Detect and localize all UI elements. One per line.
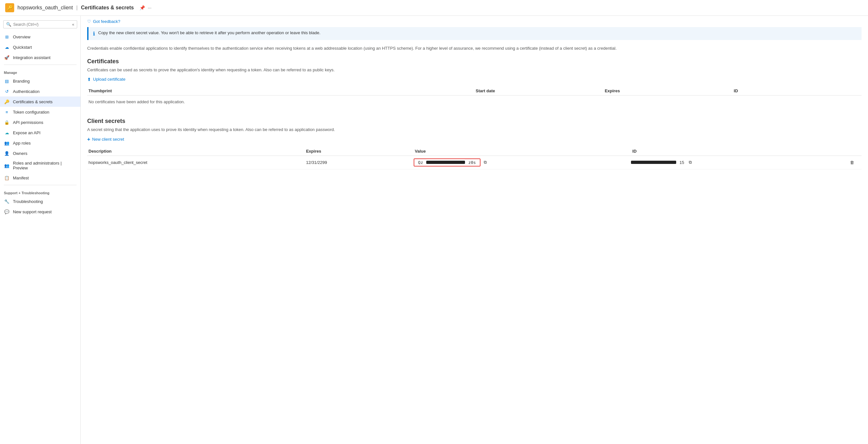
sidebar-item-branding[interactable]: ▤ Branding [0, 76, 81, 86]
certs-icon: 🔑 [4, 99, 10, 105]
feedback-label: Got feedback? [93, 19, 120, 24]
col-startdate: Start date [474, 89, 603, 93]
info-icon: ℹ [93, 31, 95, 37]
support-section-label: Support + Troubleshooting [0, 187, 81, 196]
sidebar-label-token: Token configuration [13, 110, 50, 114]
certificates-section: Certificates Certificates can be used as… [87, 58, 862, 108]
search-icon: 🔍 [6, 22, 11, 27]
collapse-button[interactable]: « [72, 22, 74, 27]
sidebar-item-roles[interactable]: 👥 Roles and administrators | Preview [0, 159, 81, 173]
secret-id-cell: 15 ⧉ [631, 160, 848, 165]
sidebar-label-branding: Branding [13, 79, 30, 83]
sidebar-label-roles: Roles and administrators | Preview [13, 161, 76, 170]
sidebar-label-approles: App roles [13, 141, 31, 145]
secret-value-cell: Qz z0s ⧉ [414, 159, 631, 167]
feedback-bar[interactable]: ♡ Got feedback? [81, 16, 868, 27]
search-input[interactable] [13, 22, 70, 27]
sidebar-label-quickstart: Quickstart [13, 45, 32, 50]
expose-icon: ☁ [4, 130, 10, 136]
more-options-icon[interactable]: ··· [148, 5, 151, 10]
col-id: ID [733, 89, 862, 93]
support-divider [4, 185, 76, 185]
col-description: Description [87, 149, 305, 153]
sidebar-item-troubleshooting[interactable]: 🔧 Troubleshooting [0, 196, 81, 206]
support-icon: 💬 [4, 209, 10, 214]
integration-icon: 🚀 [4, 55, 10, 60]
sidebar-label-overview: Overview [13, 35, 30, 39]
heart-icon: ♡ [87, 19, 91, 24]
owners-icon: 👤 [4, 150, 10, 156]
manage-divider [4, 65, 76, 65]
col-actions [848, 149, 862, 153]
top-bar: 🔑 hopsworks_oauth_client | Certificates … [0, 0, 868, 16]
sidebar-item-owners[interactable]: 👤 Owners [0, 148, 81, 159]
sidebar-label-certs: Certificates & secrets [13, 99, 53, 104]
main-content: ♡ Got feedback? ℹ Copy the new client se… [81, 16, 868, 444]
upload-icon: ⬆ [87, 77, 91, 82]
quickstart-icon: ☁ [4, 44, 10, 50]
certificates-description: Certificates can be used as secrets to p… [87, 67, 862, 72]
sidebar-item-quickstart[interactable]: ☁ Quickstart [0, 42, 81, 52]
col-expires: Expires [603, 89, 733, 93]
new-client-secret-button[interactable]: + New client secret [87, 136, 862, 142]
upload-label: Upload certificate [93, 77, 125, 82]
sidebar-item-overview[interactable]: ⊞ Overview [0, 32, 81, 42]
delete-secret-button[interactable]: 🗑 [848, 160, 856, 165]
secrets-table-header: Description Expires Value ID [87, 147, 862, 156]
info-banner: ℹ Copy the new client secret value. You … [87, 27, 862, 40]
plus-icon: + [87, 136, 90, 142]
copy-id-button[interactable]: ⧉ [687, 160, 693, 165]
manifest-icon: 📋 [4, 175, 10, 181]
sidebar: 🔍 « ⊞ Overview ☁ Quickstart 🚀 Integratio… [0, 16, 81, 444]
secret-value-highlight: Qz z0s [414, 159, 480, 167]
upload-certificate-button[interactable]: ⬆ Upload certificate [87, 77, 862, 82]
search-box[interactable]: 🔍 « [3, 20, 77, 28]
sidebar-label-support: New support request [13, 209, 52, 214]
sidebar-label-troubleshooting: Troubleshooting [13, 199, 43, 204]
col-value: Value [414, 149, 631, 153]
app-icon: 🔑 [5, 3, 14, 12]
sidebar-item-api[interactable]: 🔒 API permissions [0, 117, 81, 128]
col-secret-id: ID [631, 149, 848, 153]
client-secrets-section: Client secrets A secret string that the … [87, 118, 862, 169]
new-secret-label: New client secret [92, 137, 124, 142]
sidebar-item-support[interactable]: 💬 New support request [0, 206, 81, 217]
sidebar-label-api: API permissions [13, 120, 43, 125]
col-thumbprint: Thumbprint [87, 89, 474, 93]
value-redacted [426, 161, 465, 164]
value-suffix: z0s [467, 160, 477, 165]
approles-icon: 👥 [4, 140, 10, 146]
sidebar-label-owners: Owners [13, 151, 27, 156]
content-body: Credentials enable confidential applicat… [81, 45, 868, 169]
copy-value-button[interactable]: ⧉ [483, 160, 488, 165]
sidebar-item-authentication[interactable]: ↺ Authentication [0, 86, 81, 97]
secret-description: hopsworks_oauth_client_secret [87, 160, 305, 165]
roles-icon: 👥 [4, 163, 10, 168]
client-secrets-description: A secret string that the application use… [87, 127, 862, 132]
sidebar-label-expose: Expose an API [13, 130, 40, 135]
sidebar-label-integration: Integration assistant [13, 55, 51, 60]
sidebar-label-auth: Authentication [13, 89, 39, 94]
token-icon: ≡ [4, 109, 10, 115]
client-secrets-title: Client secrets [87, 118, 862, 125]
secret-expires: 12/31/2299 [305, 160, 414, 165]
col-expires: Expires [305, 149, 414, 153]
certificates-title: Certificates [87, 58, 862, 65]
sidebar-item-expose[interactable]: ☁ Expose an API [0, 128, 81, 138]
sidebar-item-approles[interactable]: 👥 App roles [0, 138, 81, 148]
page-title: Certificates & secrets [81, 5, 134, 10]
certificates-table-header: Thumbprint Start date Expires ID [87, 87, 862, 96]
api-icon: 🔒 [4, 119, 10, 125]
top-bar-actions: 📌 ··· [140, 5, 151, 10]
id-suffix: 15 [678, 160, 685, 165]
secret-row: hopsworks_oauth_client_secret 12/31/2299… [87, 156, 862, 169]
pin-icon[interactable]: 📌 [140, 5, 145, 10]
banner-text: Copy the new client secret value. You wo… [98, 30, 320, 35]
secret-actions: 🗑 [848, 160, 862, 165]
sidebar-item-token[interactable]: ≡ Token configuration [0, 107, 81, 117]
sidebar-item-manifest[interactable]: 📋 Manifest [0, 173, 81, 183]
certificates-empty: No certificates have been added for this… [87, 96, 862, 108]
sidebar-item-integration[interactable]: 🚀 Integration assistant [0, 52, 81, 63]
id-redacted [631, 161, 676, 164]
sidebar-item-certs[interactable]: 🔑 Certificates & secrets [0, 97, 81, 107]
